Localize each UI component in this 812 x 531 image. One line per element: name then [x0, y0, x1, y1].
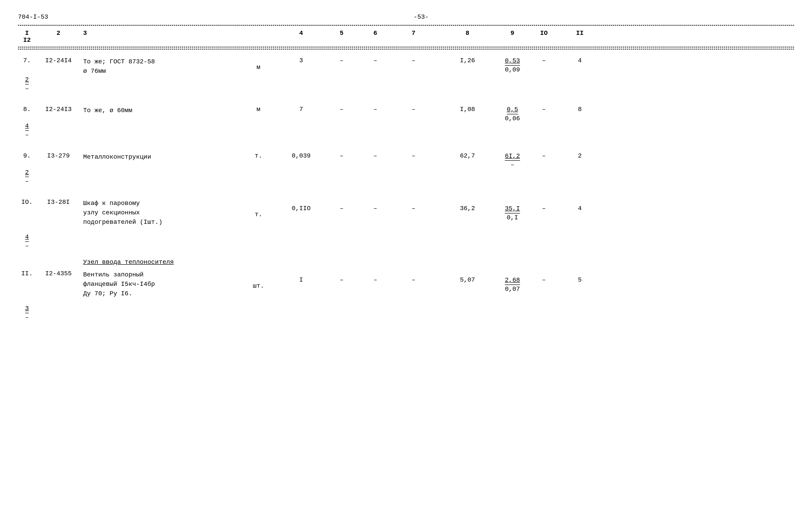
row-11-desc: Вентиль запорный фланцевый I5кч-I4бр Ду … — [81, 270, 238, 298]
row-11-fraction: 2,68 0,07 — [505, 276, 520, 293]
col-header-10: IO — [526, 30, 562, 36]
row-9-qty: 0,039 — [279, 152, 324, 159]
col-header-3: 3 — [81, 30, 238, 36]
col-header-5: 5 — [324, 30, 360, 36]
row-11-col8b: 5,07 — [436, 270, 499, 283]
col-header-8: 8 — [436, 30, 499, 36]
row-11-qty: I — [279, 270, 324, 283]
col-header-12: I2 — [18, 36, 36, 44]
table-row: 7. I2-24I4 То же; ГОСТ 8732-58 ø 76мм м … — [18, 50, 794, 94]
section-label-row: Узел ввода теплоносителя — [18, 259, 794, 266]
row-10-col10: – — [526, 198, 562, 212]
row-7-col6: – — [324, 57, 360, 64]
row-10-col11: 4 — [562, 198, 598, 212]
row-10-col9: 35,I 0,I — [499, 198, 526, 221]
row-7-qty: 3 — [279, 57, 324, 64]
row-8-col6: – — [324, 106, 360, 113]
row-11-col7: – — [360, 270, 391, 283]
row-8-fraction: 0,5 0,06 — [505, 106, 520, 122]
row-7-unit: м — [238, 57, 279, 71]
table-row: II. I2-4355 Вентиль запорный фланцевый I… — [18, 268, 794, 323]
row-9-col6: – — [324, 152, 360, 159]
col-header-7: 7 — [391, 30, 436, 36]
row-8-unit: м — [238, 106, 279, 113]
row-7-fraction: 0,53 0,09 — [505, 57, 520, 73]
row-7-col10: – — [526, 57, 562, 64]
table-row: 8. I2-24I3 То же, ø 60мм м 7 – – – I,08 … — [18, 94, 794, 141]
row-7-desc: То же; ГОСТ 8732-58 ø 76мм — [81, 57, 238, 76]
row-10-unit: т. — [238, 198, 279, 218]
col-header-2: 2 — [36, 30, 81, 36]
row-8-col8a: – — [391, 106, 436, 113]
col-header-11: II — [562, 30, 598, 36]
col-header-1: I — [18, 30, 36, 36]
row-11-col9: 2,68 0,07 — [499, 270, 526, 293]
row-8-col12: 4 – — [18, 122, 36, 139]
page-number: -53- — [414, 14, 429, 20]
row-11-col11: 5 — [562, 270, 598, 283]
row-8-code: I2-24I3 — [36, 106, 81, 113]
row-8-col12-fraction: 4 – — [25, 122, 29, 139]
row-10-col6: – — [324, 198, 360, 212]
row-9-fraction: 6I,2 – — [505, 152, 520, 169]
row-9-col12: 2 – — [18, 169, 36, 185]
row-10-desc: Шкаф к паровому узлу секционных подогрев… — [81, 198, 238, 227]
row-8-qty: 7 — [279, 106, 324, 113]
row-10-col7: – — [360, 198, 391, 212]
row-11-num: II. — [18, 270, 36, 277]
row-7-col7: – — [360, 57, 391, 64]
row-9-unit: т. — [238, 152, 279, 159]
row-10-col12-fraction: 4 – — [25, 233, 29, 250]
row-10-fraction: 35,I 0,I — [505, 205, 520, 221]
col-header-6: 6 — [360, 30, 391, 36]
row-11-col12: 3 – — [18, 298, 36, 321]
row-10-num: IO. — [18, 198, 36, 206]
row-10-code: I3-28I — [36, 198, 81, 206]
row-8-col9: 0,5 0,06 — [499, 106, 526, 122]
row-9-col9: 6I,2 – — [499, 152, 526, 169]
row-11-code: I2-4355 — [36, 270, 81, 277]
row-9-col8a: – — [391, 152, 436, 159]
row-9-col11: 2 — [562, 152, 598, 159]
row-8-num: 8. — [18, 106, 36, 113]
row-9-col12-fraction: 2 – — [25, 169, 29, 185]
row-7-col12: 2 – — [18, 76, 36, 92]
col-header-4: 4 — [279, 30, 324, 36]
row-10-col8b: 36,2 — [436, 198, 499, 212]
row-7-col9: 0,53 0,09 — [499, 57, 526, 73]
column-headers: I 2 3 4 5 6 7 8 9 IO II I2 — [18, 27, 794, 46]
col-header-9: 9 — [499, 30, 526, 36]
row-11-col6: – — [324, 270, 360, 283]
row-7-col12-fraction: 2 – — [25, 76, 29, 92]
row-9-col8b: 62,7 — [436, 152, 499, 159]
row-8-desc: То же, ø 60мм — [81, 106, 238, 115]
row-7-code: I2-24I4 — [36, 57, 81, 64]
row-10-qty: 0,IIO — [279, 198, 324, 212]
row-7-num: 7. — [18, 57, 36, 64]
row-11-col10: – — [526, 270, 562, 283]
row-9-col10: – — [526, 152, 562, 159]
row-9-num: 9. — [18, 152, 36, 159]
row-11-col8a: – — [391, 270, 436, 283]
row-10-col8a: – — [391, 198, 436, 212]
row-7-col8a: – — [391, 57, 436, 64]
row-8-col8b: I,08 — [436, 106, 499, 113]
row-9-col7: – — [360, 152, 391, 159]
row-11-col12-fraction: 3 – — [25, 305, 29, 321]
row-8-col7: – — [360, 106, 391, 113]
row-9-code: I3-279 — [36, 152, 81, 159]
table-row: 9. I3-279 Металлоконструкции т. 0,039 – … — [18, 141, 794, 188]
row-7-col11: 4 — [562, 57, 598, 64]
section-label: Узел ввода теплоносителя — [81, 259, 238, 266]
row-9-desc: Металлоконструкции — [81, 152, 238, 162]
main-table: I 2 3 4 5 6 7 8 9 IO II I2 7. I2-24I4 То… — [18, 27, 794, 323]
row-11-unit: шт. — [238, 270, 279, 290]
row-8-col11: 8 — [562, 106, 598, 113]
row-8-col10: – — [526, 106, 562, 113]
table-row: IO. I3-28I Шкаф к паровому узлу секционн… — [18, 188, 794, 252]
doc-number: 704-I-53 — [18, 14, 48, 20]
row-10-col12: 4 – — [18, 227, 36, 250]
row-7-col8b: I,26 — [436, 57, 499, 64]
